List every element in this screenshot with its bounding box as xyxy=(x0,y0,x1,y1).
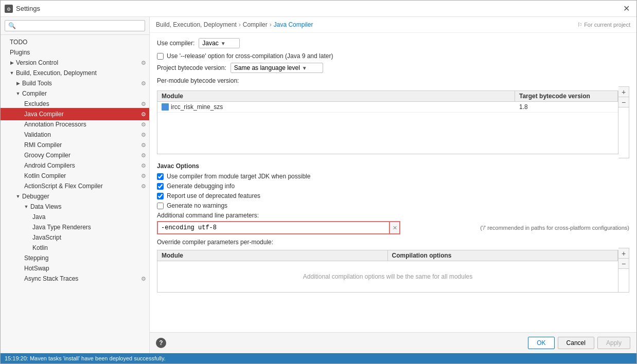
use-compiler-dropdown[interactable]: Javac ▼ xyxy=(199,38,240,48)
search-bar xyxy=(1,17,149,35)
sidebar-item-java-type[interactable]: Java Type Renderers xyxy=(1,222,149,232)
checkbox4-label: Generate no warnings xyxy=(167,202,227,209)
search-input[interactable] xyxy=(5,20,145,31)
override-empty-msg: Additional compilation options will be t… xyxy=(303,273,473,280)
build-execution-arrow: ▼ xyxy=(9,70,15,76)
sidebar-item-stepping[interactable]: Stepping xyxy=(1,253,149,263)
build-execution-label: Build, Execution, Deployment xyxy=(15,69,149,77)
cmd-input[interactable] xyxy=(157,221,390,234)
breadcrumb-part2: Compiler xyxy=(243,21,268,28)
javac-options-title: Javac Options xyxy=(157,162,629,170)
sidebar-item-version-control[interactable]: ▶ Version Control ⚙ xyxy=(1,58,149,68)
sidebar-item-excludes[interactable]: Excludes ⚙ xyxy=(1,99,149,109)
checkbox4[interactable] xyxy=(157,203,164,209)
checkbox2[interactable] xyxy=(157,183,164,190)
remove-module-button[interactable]: − xyxy=(618,97,629,107)
version-control-settings-icon: ⚙ xyxy=(141,60,146,66)
checkbox3-row: Report use of deprecated features xyxy=(157,192,629,199)
module-icon xyxy=(162,103,169,111)
sidebar-item-hotswap[interactable]: HotSwap xyxy=(1,263,149,274)
checkbox3[interactable] xyxy=(157,193,164,199)
cancel-button[interactable]: Cancel xyxy=(558,337,594,349)
sidebar-item-build-execution[interactable]: ▼ Build, Execution, Deployment xyxy=(1,68,149,78)
add-override-button[interactable]: + xyxy=(618,248,629,259)
debugger-label: Debugger xyxy=(21,192,149,201)
sidebar-item-async[interactable]: Async Stack Traces ⚙ xyxy=(1,274,149,284)
breadcrumb-part3: Java Compiler xyxy=(274,21,313,28)
hotswap-label: HotSwap xyxy=(23,264,149,272)
debugger-arrow: ▼ xyxy=(15,193,21,199)
sidebar-item-compiler[interactable]: ▼ Compiler xyxy=(1,88,149,99)
actionscript-label: ActionScript & Flex Compiler xyxy=(23,182,141,190)
java-compiler-label: Java Compiler xyxy=(23,110,141,118)
bytecode-dropdown[interactable]: Same as language level ▼ xyxy=(231,63,323,73)
sidebar-item-annotation[interactable]: Annotation Processors ⚙ xyxy=(1,119,149,130)
async-label: Async Stack Traces xyxy=(23,275,141,283)
app-icon: ⚙ xyxy=(5,5,13,13)
java-label: Java xyxy=(31,213,149,221)
bytecode-dropdown-arrow: ▼ xyxy=(302,65,307,71)
status-text: 15:19:20: Maven tasks 'install' have bee… xyxy=(5,355,166,361)
sidebar-item-build-tools[interactable]: ▶ Build Tools ⚙ xyxy=(1,78,149,88)
sidebar-item-validation[interactable]: Validation ⚙ xyxy=(1,130,149,140)
checkbox4-row: Generate no warnings xyxy=(157,202,629,209)
todo-label: TODO xyxy=(9,38,149,46)
sidebar-item-actionscript[interactable]: ActionScript & Flex Compiler ⚙ xyxy=(1,181,149,191)
cmd-row: ✕ ('/' recommended in paths for cross-pl… xyxy=(157,221,629,234)
sidebar-item-android[interactable]: Android Compilers ⚙ xyxy=(1,160,149,171)
sidebar-item-groovy[interactable]: Groovy Compiler ⚙ xyxy=(1,150,149,160)
sidebar-item-java[interactable]: Java xyxy=(1,212,149,222)
settings-window: ⚙ Settings ✕ TODO Plugins xyxy=(0,0,637,364)
ok-button[interactable]: OK xyxy=(528,337,554,349)
breadcrumb-arrow2: › xyxy=(270,21,272,28)
sidebar-item-todo[interactable]: TODO xyxy=(1,37,149,47)
bytecode-version-row: Project bytecode version: Same as langua… xyxy=(157,63,629,73)
table-row[interactable]: ircc_risk_mine_szs 1.8 xyxy=(157,102,618,113)
module-cell: ircc_risk_mine_szs xyxy=(157,102,515,112)
kotlin-compiler-label: Kotlin Compiler xyxy=(23,172,141,180)
kotlin-compiler-settings-icon: ⚙ xyxy=(141,173,146,179)
title-bar-left: ⚙ Settings xyxy=(5,5,40,13)
release-checkbox[interactable] xyxy=(157,53,164,60)
java-type-label: Java Type Renderers xyxy=(31,223,149,231)
breadcrumb: Build, Execution, Deployment › Compiler … xyxy=(150,17,636,33)
sidebar-item-kotlin[interactable]: Kotlin xyxy=(1,243,149,253)
help-button[interactable]: ? xyxy=(156,338,166,348)
title-bar: ⚙ Settings ✕ xyxy=(1,1,636,17)
checkbox2-label: Generate debugging info xyxy=(167,183,235,190)
col-module: Module xyxy=(157,91,515,101)
checkbox1[interactable] xyxy=(157,173,164,180)
apply-button[interactable]: Apply xyxy=(597,337,630,349)
sidebar-item-javascript[interactable]: JavaScript xyxy=(1,232,149,243)
sidebar-item-plugins[interactable]: Plugins xyxy=(1,47,149,58)
close-button[interactable]: ✕ xyxy=(620,3,632,15)
data-views-label: Data Views xyxy=(29,203,149,211)
sidebar-item-data-views[interactable]: ▼ Data Views xyxy=(1,202,149,212)
checkbox1-row: Use compiler from module target JDK when… xyxy=(157,173,629,180)
bytecode-label: Project bytecode version: xyxy=(157,64,226,71)
module-name: ircc_risk_mine_szs xyxy=(171,103,223,111)
build-tools-settings-icon: ⚙ xyxy=(141,80,146,87)
checkbox3-label: Report use of deprecated features xyxy=(167,192,260,199)
version-control-label: Version Control xyxy=(15,59,141,67)
add-module-button[interactable]: + xyxy=(618,87,629,97)
java-compiler-settings-icon: ⚙ xyxy=(141,111,146,118)
async-settings-icon: ⚙ xyxy=(141,276,146,282)
sidebar-item-rmi[interactable]: RMI Compiler ⚙ xyxy=(1,140,149,150)
compiler-dropdown-arrow: ▼ xyxy=(221,41,226,46)
remove-override-button[interactable]: − xyxy=(618,259,629,269)
kotlin-label: Kotlin xyxy=(31,244,149,252)
sidebar-item-kotlin-compiler[interactable]: Kotlin Compiler ⚙ xyxy=(1,171,149,181)
override-table-container: Module Compilation options Additional co… xyxy=(157,248,629,293)
override-col-module: Module xyxy=(157,250,388,261)
cmd-clear-button[interactable]: ✕ xyxy=(390,221,400,234)
sidebar-item-debugger[interactable]: ▼ Debugger xyxy=(1,191,149,202)
target-cell: 1.8 xyxy=(515,102,618,112)
compiler-arrow: ▼ xyxy=(15,90,21,97)
target-version: 1.8 xyxy=(519,103,528,111)
use-compiler-value: Javac xyxy=(202,40,218,47)
override-table-buttons: + − xyxy=(618,248,629,293)
bytecode-table: Module Target bytecode version ircc_risk… xyxy=(157,90,618,154)
sidebar-item-java-compiler[interactable]: Java Compiler ⚙ xyxy=(1,109,149,119)
bottom-bar: ? OK Cancel Apply xyxy=(150,332,636,353)
